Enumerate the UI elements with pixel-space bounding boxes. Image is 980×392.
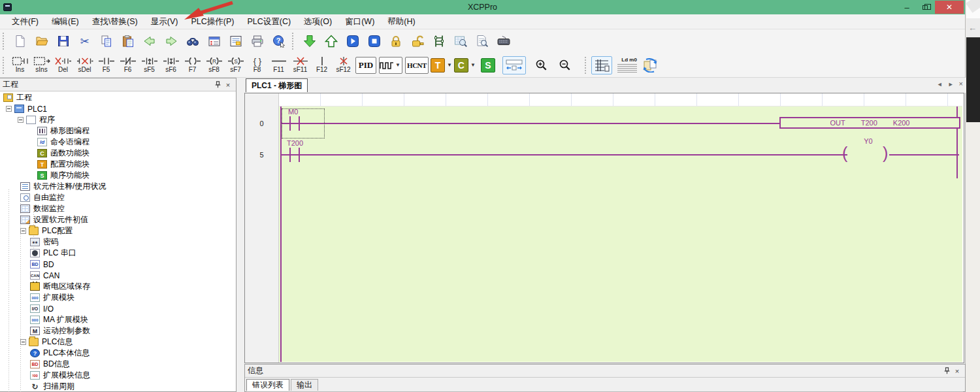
tree-item-free-monitor[interactable]: 自由监控: [0, 192, 236, 203]
collapse-icon[interactable]: [6, 106, 12, 112]
close-panel-icon[interactable]: ×: [952, 366, 962, 376]
toolbar-gripper[interactable]: [3, 33, 7, 50]
tree-item-function-block[interactable]: 函数功能块: [0, 148, 236, 159]
undo-back-button[interactable]: [139, 31, 159, 51]
tree-item-bd[interactable]: BD: [0, 259, 236, 270]
open-file-button[interactable]: [31, 31, 52, 51]
ladder-canvas[interactable]: M0 OUT T200 K200 T200 Y0 ( ): [279, 106, 962, 362]
tree-item-can[interactable]: CAN: [0, 270, 236, 281]
tree-item-motion-params[interactable]: 运动控制参数: [0, 325, 236, 336]
tree-item-io[interactable]: I/O: [0, 303, 236, 314]
help-button[interactable]: ?: [269, 31, 289, 51]
tree-item-program[interactable]: 程序: [0, 114, 236, 125]
fkey-sf6-falling-contact-button[interactable]: sF6: [160, 54, 182, 76]
find-button[interactable]: [182, 31, 203, 51]
pin-icon[interactable]: [212, 80, 223, 90]
tree-item-device-comment[interactable]: 软元件注释/使用状况: [0, 181, 236, 192]
fkey-del-button[interactable]: Del: [52, 54, 74, 76]
tree-item-power-off-save[interactable]: 断电区域保存: [0, 281, 236, 292]
tree-item-password[interactable]: 密码: [0, 237, 236, 248]
hcnt-instruction-button[interactable]: HCNT: [405, 57, 429, 74]
paste-button[interactable]: [118, 31, 138, 51]
tree-item-plc-config[interactable]: PLC配置: [0, 225, 236, 237]
collapse-icon[interactable]: [18, 117, 24, 123]
menu-find-replace[interactable]: 查找\替换(S): [86, 14, 144, 29]
device-dialog-button[interactable]: [204, 31, 224, 51]
tree-item-bd-info[interactable]: BD信息: [0, 359, 236, 370]
tab-plc1-ladder[interactable]: PLC1 - 梯形图: [246, 78, 308, 92]
fkey-sf7-set-coil-button[interactable]: SsF7: [225, 54, 246, 76]
pin-icon[interactable]: [941, 366, 952, 376]
fkey-sf11-delete-hline-button[interactable]: sF11: [289, 54, 311, 76]
fkey-sins-button[interactable]: sIns: [31, 54, 52, 76]
toolbar-gripper[interactable]: [585, 57, 589, 74]
convert-view-button[interactable]: [640, 56, 661, 75]
sfc-instruction-button[interactable]: S: [481, 58, 495, 73]
data-monitor-zoom-button[interactable]: [450, 31, 470, 51]
fkey-sf5-rising-contact-button[interactable]: sF5: [139, 54, 160, 76]
instruction-list-view-button[interactable]: Ld m0: [613, 56, 638, 74]
comment-list-button[interactable]: [225, 31, 246, 51]
fkey-sf8-reset-coil-button[interactable]: RsF8: [203, 54, 225, 76]
pid-instruction-button[interactable]: PID: [355, 57, 376, 74]
toolbar-gripper[interactable]: [292, 33, 297, 50]
redo-forward-button[interactable]: [161, 31, 181, 51]
tab-output[interactable]: 输出: [291, 379, 318, 391]
dropdown-caret-icon[interactable]: ▼: [470, 62, 476, 68]
menu-options[interactable]: 选项(O): [297, 14, 338, 29]
ladder-view-button[interactable]: [591, 56, 612, 74]
tab-scroll-right-icon[interactable]: ►: [948, 81, 954, 88]
menu-file[interactable]: 文件(F): [5, 14, 45, 29]
fkey-f12-vline-button[interactable]: F12: [311, 54, 333, 76]
stop-plc-button[interactable]: [364, 31, 384, 51]
run-plc-button[interactable]: [342, 31, 363, 51]
tree-item-instruction-editor[interactable]: 命令语编程: [0, 137, 236, 148]
fkey-sf12-delete-vline-button[interactable]: sF12: [333, 54, 354, 76]
tree-item-device-init[interactable]: 设置软元件初值: [0, 214, 236, 225]
collapse-icon[interactable]: [20, 228, 26, 234]
zoom-out-button[interactable]: [555, 56, 575, 75]
print-button[interactable]: [247, 31, 267, 51]
copy-button[interactable]: [96, 31, 116, 51]
menu-edit[interactable]: 编辑(E): [45, 14, 86, 29]
pulse-instruction-button[interactable]: ▼: [379, 57, 402, 74]
collapse-icon[interactable]: [20, 339, 26, 345]
unlock-button[interactable]: [407, 31, 427, 51]
tab-scroll-left-icon[interactable]: ◄: [937, 81, 943, 88]
new-file-button[interactable]: [10, 31, 30, 51]
dropdown-caret-icon[interactable]: ▼: [447, 62, 452, 68]
tab-error-list[interactable]: 错误列表: [246, 379, 289, 391]
tree-item-plc1[interactable]: PLC1: [0, 103, 236, 114]
tree-item-data-monitor[interactable]: 数据监控: [0, 203, 236, 214]
tree-item-ma-expansion[interactable]: MA 扩展模块: [0, 314, 236, 325]
menu-window[interactable]: 窗口(W): [338, 14, 381, 29]
download-to-plc-button[interactable]: [299, 31, 319, 51]
tree-item-expansion-info[interactable]: 扩展模块信息: [0, 370, 236, 381]
close-panel-icon[interactable]: ×: [223, 80, 233, 90]
app-icon[interactable]: [3, 3, 12, 11]
fkey-ins-button[interactable]: Ins: [9, 54, 31, 76]
keyboard-button[interactable]: [493, 31, 514, 51]
fkey-f8-block-button[interactable]: { }F8: [246, 54, 268, 76]
ladder-monitor-button[interactable]: [429, 31, 449, 51]
timer-instruction-button[interactable]: T: [431, 58, 445, 73]
minimize-button[interactable]: –: [898, 1, 915, 14]
tab-close-icon[interactable]: ×: [959, 80, 963, 88]
counter-instruction-button[interactable]: C: [454, 58, 468, 73]
tree-item-config-block[interactable]: 配置功能块: [0, 159, 236, 170]
fkey-f5-open-contact-button[interactable]: F5: [95, 54, 117, 76]
menu-help[interactable]: 帮助(H): [381, 14, 421, 29]
expand-width-button[interactable]: [502, 56, 526, 74]
tree-item-plc-info[interactable]: PLC信息: [0, 336, 236, 348]
close-button[interactable]: ✕: [935, 1, 964, 14]
fkey-f7-coil-button[interactable]: F7: [182, 54, 203, 76]
ladder-editor[interactable]: 0 5 M0 OUT T200 K200: [244, 93, 964, 363]
out-instruction-box[interactable]: OUT T200 K200: [779, 117, 960, 129]
tree-item-expansion-module[interactable]: 扩展模块: [0, 292, 236, 303]
zoom-in-button[interactable]: [531, 56, 551, 75]
doc-preview-button[interactable]: [472, 31, 492, 51]
tree-item-project[interactable]: 工程: [0, 92, 236, 103]
fkey-f6-closed-contact-button[interactable]: F6: [117, 54, 139, 76]
tree-item-scan-cycle[interactable]: 扫描周期: [0, 381, 236, 392]
tree-item-sequence-block[interactable]: 顺序功能块: [0, 170, 236, 181]
